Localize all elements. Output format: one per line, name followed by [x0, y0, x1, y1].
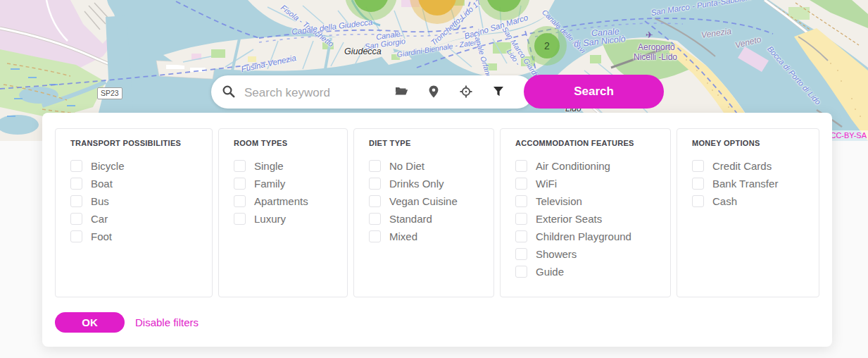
filter-option-label: Boat — [91, 178, 113, 190]
filter-group-accommodation-features: ACCOMMODATION FEATURESAir ConditioningWi… — [500, 128, 671, 297]
search-bar — [211, 75, 534, 109]
filter-option-label: Children Playground — [536, 230, 631, 242]
filter-option-label: Television — [536, 195, 582, 207]
checkbox-bus[interactable] — [70, 195, 82, 207]
filter-option-family[interactable]: Family — [234, 178, 333, 190]
filter-group-room-types: ROOM TYPESSingleFamilyApartmentsLuxury — [218, 128, 348, 297]
filter-option-children-playground[interactable]: Children Playground — [515, 230, 656, 242]
filter-option-car[interactable]: Car — [70, 213, 198, 225]
filter-groups: TRANSPORT POSSIBILITIESBicycleBoatBusCar… — [42, 113, 832, 297]
filter-group-money-options: MONEY OPTIONSCredit CardsBank TransferCa… — [677, 128, 819, 297]
filter-option-credit-cards[interactable]: Credit Cards — [692, 160, 805, 172]
checkbox-foot[interactable] — [70, 230, 82, 242]
checkbox-boat[interactable] — [70, 178, 82, 190]
filter-option-label: Foot — [91, 230, 112, 242]
filter-option-foot[interactable]: Foot — [70, 230, 198, 242]
map-attribution[interactable]: CC-BY-SA — [827, 130, 868, 141]
filter-group-transport-possibilities: TRANSPORT POSSIBILITIESBicycleBoatBusCar… — [55, 128, 213, 297]
checkbox-drinks-only[interactable] — [369, 178, 381, 190]
checkbox-bank-transfer[interactable] — [692, 178, 704, 190]
road-ref-badge: SP23 — [97, 87, 122, 99]
filter-option-label: Vegan Cuisine — [389, 195, 458, 207]
disable-filters-link[interactable]: Disable filters — [135, 316, 199, 328]
checkbox-luxury[interactable] — [234, 213, 246, 225]
filter-option-label: Apartments — [254, 195, 308, 207]
filter-option-wifi[interactable]: WiFi — [515, 178, 656, 190]
filter-option-cash[interactable]: Cash — [692, 195, 805, 207]
filter-option-label: Drinks Only — [389, 178, 444, 190]
filter-option-bicycle[interactable]: Bicycle — [70, 160, 198, 172]
crosshair-icon[interactable] — [459, 85, 473, 99]
filter-option-label: Single — [254, 160, 284, 172]
checkbox-exterior-seats[interactable] — [515, 213, 527, 225]
filter-option-label: Exterior Seats — [536, 213, 602, 225]
filter-option-label: No Diet — [389, 160, 424, 172]
checkbox-family[interactable] — [234, 178, 246, 190]
filter-option-showers[interactable]: Showers — [515, 248, 656, 260]
filter-option-mixed[interactable]: Mixed — [369, 230, 479, 242]
cluster-core: 2 — [534, 33, 560, 58]
filter-option-label: Guide — [536, 266, 564, 278]
filter-option-single[interactable]: Single — [234, 160, 333, 172]
filter-panel-footer: OK Disable filters — [55, 312, 832, 333]
checkbox-cash[interactable] — [692, 195, 704, 207]
filter-option-luxury[interactable]: Luxury — [234, 213, 333, 225]
filter-option-label: Bicycle — [91, 160, 125, 172]
ok-button[interactable]: OK — [55, 312, 125, 333]
checkbox-air-conditioning[interactable] — [515, 160, 527, 172]
checkbox-no-diet[interactable] — [369, 160, 381, 172]
checkbox-car[interactable] — [70, 213, 82, 225]
filter-panel: TRANSPORT POSSIBILITIESBicycleBoatBusCar… — [42, 113, 832, 347]
filter-option-no-diet[interactable]: No Diet — [369, 160, 479, 172]
checkbox-television[interactable] — [515, 195, 527, 207]
filter-option-vegan-cuisine[interactable]: Vegan Cuisine — [369, 195, 479, 207]
open-folder-icon[interactable] — [394, 85, 408, 99]
checkbox-wifi[interactable] — [515, 178, 527, 190]
filter-option-drinks-only[interactable]: Drinks Only — [369, 178, 479, 190]
filter-option-guide[interactable]: Guide — [515, 266, 656, 278]
checkbox-mixed[interactable] — [369, 230, 381, 242]
filter-option-label: Cash — [712, 195, 737, 207]
checkbox-guide[interactable] — [515, 266, 527, 278]
filter-option-label: Car — [91, 213, 108, 225]
filter-option-exterior-seats[interactable]: Exterior Seats — [515, 213, 656, 225]
filter-option-label: Standard — [389, 213, 432, 225]
checkbox-bicycle[interactable] — [70, 160, 82, 172]
filter-option-label: Credit Cards — [712, 160, 772, 172]
filter-option-apartments[interactable]: Apartments — [234, 195, 333, 207]
filter-group-title: DIET TYPE — [369, 139, 479, 147]
checkbox-vegan-cuisine[interactable] — [369, 195, 381, 207]
checkbox-standard[interactable] — [369, 213, 381, 225]
search-button[interactable]: Search — [524, 75, 664, 109]
checkbox-apartments[interactable] — [234, 195, 246, 207]
filter-option-label: WiFi — [536, 178, 557, 190]
filter-group-title: ROOM TYPES — [234, 139, 333, 147]
checkbox-showers[interactable] — [515, 248, 527, 260]
cluster-count: 2 — [544, 40, 550, 51]
filter-group-title: TRANSPORT POSSIBILITIES — [70, 139, 198, 147]
filter-group-title: MONEY OPTIONS — [692, 139, 805, 147]
location-pin-icon[interactable] — [427, 85, 441, 99]
search-icon — [222, 85, 236, 99]
checkbox-children-playground[interactable] — [515, 230, 527, 242]
filter-option-standard[interactable]: Standard — [369, 213, 479, 225]
filter-option-television[interactable]: Television — [515, 195, 656, 207]
filter-option-label: Showers — [536, 248, 577, 260]
filter-group-title: ACCOMMODATION FEATURES — [515, 139, 656, 147]
filter-option-label: Mixed — [389, 230, 417, 242]
filter-option-label: Bus — [91, 195, 109, 207]
filter-option-boat[interactable]: Boat — [70, 178, 198, 190]
filter-funnel-icon[interactable] — [491, 85, 505, 99]
filter-option-label: Luxury — [254, 213, 286, 225]
filter-option-bus[interactable]: Bus — [70, 195, 198, 207]
search-input[interactable] — [243, 75, 390, 110]
filter-option-bank-transfer[interactable]: Bank Transfer — [692, 178, 805, 190]
filter-option-label: Bank Transfer — [712, 178, 778, 190]
filter-option-air-conditioning[interactable]: Air Conditioning — [515, 160, 656, 172]
filter-option-label: Family — [254, 178, 285, 190]
checkbox-credit-cards[interactable] — [692, 160, 704, 172]
filter-group-diet-type: DIET TYPENo DietDrinks OnlyVegan Cuisine… — [353, 128, 494, 297]
filter-option-label: Air Conditioning — [536, 160, 610, 172]
checkbox-single[interactable] — [234, 160, 246, 172]
